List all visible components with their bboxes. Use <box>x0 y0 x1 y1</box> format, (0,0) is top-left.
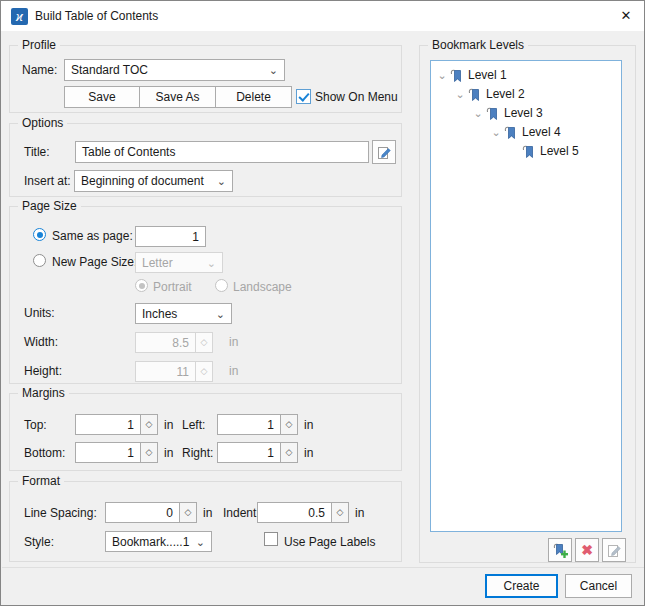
use-page-labels-checkbox[interactable] <box>264 532 278 546</box>
name-label: Name: <box>22 63 57 78</box>
tree-item-level-2[interactable]: ⌄Level 2 <box>431 85 621 103</box>
delete-level-button[interactable]: ✖ <box>575 538 599 562</box>
options-legend: Options <box>18 116 67 131</box>
left-margin-label: Left: <box>182 418 205 433</box>
bookmark-icon <box>467 87 481 102</box>
unit-label: in <box>164 446 173 461</box>
title-input[interactable]: Table of Contents <box>75 141 369 163</box>
units-select[interactable]: Inches ⌄ <box>135 303 232 324</box>
new-page-size-select: Letter ⌄ <box>135 252 223 273</box>
edit-level-button <box>602 538 626 562</box>
width-value: 8.5 <box>172 336 189 350</box>
save-button[interactable]: Save <box>64 86 140 108</box>
width-label: Width: <box>24 335 58 350</box>
chevron-down-icon: ⌄ <box>212 309 225 319</box>
delete-button[interactable]: Delete <box>215 86 292 108</box>
width-spinner: ◇ <box>195 332 213 353</box>
show-on-menu-checkbox[interactable] <box>296 89 311 104</box>
tree-item-label: Level 2 <box>486 87 525 101</box>
style-select[interactable]: Bookmark.....1 ⌄ <box>105 531 212 552</box>
line-spacing-label: Line Spacing: <box>24 506 97 521</box>
tree-expand-icon[interactable]: ⌄ <box>471 108 485 118</box>
landscape-radio <box>215 279 228 292</box>
bookmark-icon <box>503 125 517 140</box>
height-label: Height: <box>24 364 62 379</box>
format-legend: Format <box>18 474 64 489</box>
indent-value: 0.5 <box>308 506 325 520</box>
new-page-size-radio[interactable] <box>33 254 46 267</box>
profile-name-value: Standard TOC <box>71 63 148 77</box>
tree-item-level-4[interactable]: ⌄Level 4 <box>431 123 621 141</box>
margins-legend: Margins <box>18 386 69 401</box>
use-page-labels-label[interactable]: Use Page Labels <box>284 535 375 550</box>
bookmark-levels-legend: Bookmark Levels <box>428 38 528 53</box>
tree-expand-icon[interactable]: ⌄ <box>435 70 449 80</box>
same-as-page-radio[interactable] <box>33 228 46 241</box>
line-spacing-input[interactable]: 0 <box>105 502 180 523</box>
portrait-radio <box>135 279 148 292</box>
edit-pencil-disabled-icon <box>607 543 622 558</box>
cancel-button[interactable]: Cancel <box>565 574 632 598</box>
app-logo-icon: ϰ <box>11 8 28 25</box>
right-margin-input[interactable]: 1 <box>217 442 281 463</box>
tree-item-label: Level 4 <box>522 125 561 139</box>
top-margin-label: Top: <box>24 418 47 433</box>
tree-item-level-5[interactable]: Level 5 <box>431 142 621 160</box>
save-as-button[interactable]: Save As <box>139 86 216 108</box>
bookmark-icon <box>449 68 463 83</box>
style-label: Style: <box>24 535 54 550</box>
tree-expand-icon[interactable]: ⌄ <box>489 127 503 137</box>
profile-legend: Profile <box>18 38 60 53</box>
portrait-label: Portrait <box>153 280 192 295</box>
right-margin-label: Right: <box>182 446 213 461</box>
indent-spinner[interactable]: ◇ <box>331 502 349 523</box>
bookmark-icon <box>521 144 535 159</box>
landscape-label: Landscape <box>233 280 292 295</box>
create-button[interactable]: Create <box>485 574 558 598</box>
bottom-margin-spinner[interactable]: ◇ <box>140 442 158 463</box>
bookmark-icon <box>485 106 499 121</box>
margins-group: Margins Top: 1 ◇ in Left: 1 ◇ in Bottom:… <box>9 393 402 471</box>
page-size-group: Page Size Same as page: 1 New Page Size:… <box>9 206 402 384</box>
line-spacing-spinner[interactable]: ◇ <box>179 502 197 523</box>
tree-item-level-3[interactable]: ⌄Level 3 <box>431 104 621 122</box>
tree-item-label: Level 1 <box>468 68 507 82</box>
insert-at-select[interactable]: Beginning of document ⌄ <box>74 170 233 192</box>
new-page-size-label[interactable]: New Page Size: <box>52 255 137 270</box>
profile-group: Profile Name: Standard TOC ⌄ Save Save A… <box>9 45 402 113</box>
titlebar[interactable]: ϰ Build Table of Contents ✕ <box>1 1 644 31</box>
same-as-page-input[interactable]: 1 <box>135 226 206 247</box>
bookmark-tree[interactable]: ⌄Level 1⌄Level 2⌄Level 3⌄Level 4Level 5 <box>430 60 622 532</box>
right-margin-value: 1 <box>267 446 274 460</box>
chevron-down-icon: ⌄ <box>203 258 216 268</box>
bottom-margin-input[interactable]: 1 <box>75 442 141 463</box>
page-size-legend: Page Size <box>18 199 81 214</box>
top-margin-spinner[interactable]: ◇ <box>140 414 158 435</box>
same-as-page-value: 1 <box>192 230 199 244</box>
new-page-size-value: Letter <box>142 256 173 270</box>
left-margin-spinner[interactable]: ◇ <box>280 414 298 435</box>
left-margin-input[interactable]: 1 <box>217 414 281 435</box>
tree-item-label: Level 5 <box>540 144 579 158</box>
indent-input[interactable]: 0.5 <box>257 502 332 523</box>
show-on-menu-label[interactable]: Show On Menu <box>315 90 398 105</box>
delete-x-icon: ✖ <box>581 542 593 558</box>
tree-expand-icon[interactable]: ⌄ <box>453 89 467 99</box>
edit-title-button[interactable] <box>372 140 396 164</box>
height-input: 11 <box>135 361 196 382</box>
same-as-page-label[interactable]: Same as page: <box>52 229 133 244</box>
options-group: Options Title: Table of Contents Insert … <box>9 123 402 197</box>
bottom-margin-label: Bottom: <box>24 446 65 461</box>
units-value: Inches <box>142 307 177 321</box>
unit-label: in <box>304 418 313 433</box>
build-toc-dialog: ϰ Build Table of Contents ✕ Profile Name… <box>0 0 645 606</box>
close-icon[interactable]: ✕ <box>609 1 643 30</box>
add-level-button[interactable] <box>548 538 572 562</box>
tree-item-level-1[interactable]: ⌄Level 1 <box>431 66 621 84</box>
unit-label: in <box>164 418 173 433</box>
right-margin-spinner[interactable]: ◇ <box>280 442 298 463</box>
left-margin-value: 1 <box>267 418 274 432</box>
top-margin-input[interactable]: 1 <box>75 414 141 435</box>
width-input: 8.5 <box>135 332 196 353</box>
profile-name-select[interactable]: Standard TOC ⌄ <box>64 59 285 81</box>
